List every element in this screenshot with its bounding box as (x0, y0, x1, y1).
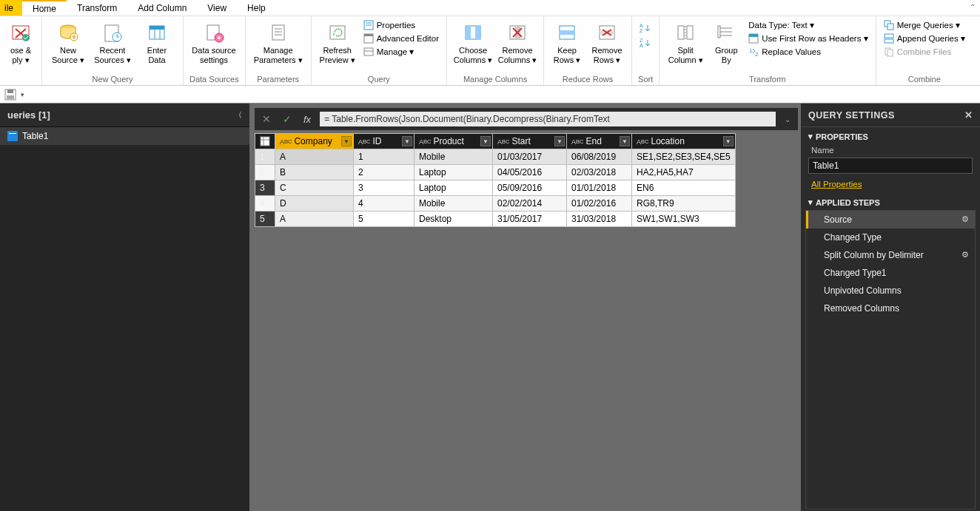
tab-help[interactable]: Help (237, 0, 276, 16)
applied-step[interactable]: Source⚙ (806, 211, 975, 229)
applied-step[interactable]: Unpivoted Columns (806, 282, 975, 300)
cell[interactable]: Laptop (415, 180, 493, 196)
cell[interactable]: SE1,SE2,SE3,SE4,SE5 (632, 149, 736, 165)
column-header-company[interactable]: ABCCompany▼ (275, 134, 354, 149)
enter-data-button[interactable]: Enter Data (137, 19, 177, 64)
cell[interactable]: 2 (354, 165, 415, 180)
cell[interactable]: 02/02/2014 (493, 196, 567, 211)
group-by-button[interactable]: Group By (710, 19, 742, 64)
manage-button[interactable]: Manage ▾ (362, 46, 440, 58)
manage-parameters-button[interactable]: Manage Parameters ▾ (252, 19, 305, 64)
applied-step[interactable]: Removed Columns (806, 300, 975, 317)
close-settings-icon[interactable]: ✕ (964, 109, 973, 121)
remove-rows-button[interactable]: Remove Rows ▾ (588, 19, 625, 64)
sort-desc-button[interactable]: ZA (638, 37, 653, 49)
cell[interactable]: 31/03/2018 (567, 211, 632, 227)
cell[interactable]: 5 (354, 211, 415, 227)
cell[interactable]: A (275, 211, 354, 227)
new-source-button[interactable]: New Source ▾ (48, 19, 88, 64)
tab-transform[interactable]: Transform (67, 0, 127, 16)
first-row-headers-button[interactable]: Use First Row as Headers ▾ (747, 33, 869, 44)
applied-step[interactable]: Split Column by Delimiter⚙ (806, 246, 975, 264)
applied-step[interactable]: Changed Type (806, 229, 975, 246)
cell[interactable]: Mobile (415, 149, 493, 165)
cell[interactable]: 31/05/2017 (493, 211, 567, 227)
cell[interactable]: 01/02/2016 (567, 196, 632, 211)
choose-columns-button[interactable]: Choose Columns ▾ (453, 19, 493, 64)
column-header-end[interactable]: ABCEnd▼ (567, 134, 632, 149)
row-number[interactable]: 1 (255, 149, 275, 165)
tab-add-column[interactable]: Add Column (127, 0, 197, 16)
split-column-button[interactable]: Split Column ▾ (665, 19, 705, 64)
cell[interactable]: 3 (354, 180, 415, 196)
cell[interactable]: 01/01/2018 (567, 180, 632, 196)
sort-asc-button[interactable]: AZ (638, 22, 653, 34)
column-header-start[interactable]: ABCStart▼ (493, 134, 567, 149)
tab-view[interactable]: View (197, 0, 237, 16)
column-header-location[interactable]: ABCLocation▼ (632, 134, 736, 149)
save-icon[interactable] (4, 89, 16, 101)
cell[interactable]: Mobile (415, 196, 493, 211)
formula-fx-icon[interactable]: fx (301, 114, 314, 125)
formula-expand-icon[interactable]: ⌄ (782, 115, 793, 123)
cell[interactable]: D (275, 196, 354, 211)
cell[interactable]: 05/09/2016 (493, 180, 567, 196)
cell[interactable]: HA2,HA5,HA7 (632, 165, 736, 180)
select-all-corner[interactable] (255, 134, 275, 149)
cell[interactable]: 4 (354, 196, 415, 211)
cell[interactable]: Desktop (415, 211, 493, 227)
cell[interactable]: EN6 (632, 180, 736, 196)
step-settings-icon[interactable]: ⚙ (961, 250, 969, 260)
collapse-ribbon-icon[interactable]: ⌃ (970, 3, 976, 11)
applied-step[interactable]: Changed Type1 (806, 264, 975, 282)
qat-dropdown-icon[interactable]: ▾ (21, 91, 24, 98)
properties-button[interactable]: Properties (362, 19, 440, 31)
data-source-settings-button[interactable]: Data source settings (189, 19, 238, 64)
formula-cancel-icon[interactable]: ✕ (259, 113, 274, 125)
tab-file[interactable]: ile (0, 0, 22, 16)
step-settings-icon[interactable]: ⚙ (961, 214, 969, 224)
query-list-item[interactable]: Table1 (0, 127, 249, 145)
all-properties-link[interactable]: All Properties (801, 175, 980, 193)
tab-home[interactable]: Home (22, 0, 67, 16)
cell[interactable]: Laptop (415, 165, 493, 180)
row-number[interactable]: 2 (255, 165, 275, 180)
cell[interactable]: 04/05/2016 (493, 165, 567, 180)
cell[interactable]: A (275, 149, 354, 165)
properties-section-title[interactable]: ▾ PROPERTIES (801, 127, 980, 143)
filter-dropdown-icon[interactable]: ▼ (480, 136, 491, 146)
cell[interactable]: RG8,TR9 (632, 196, 736, 211)
filter-dropdown-icon[interactable]: ▼ (402, 136, 412, 146)
filter-dropdown-icon[interactable]: ▼ (341, 136, 352, 146)
table-row[interactable]: 2B2Laptop04/05/201602/03/2018HA2,HA5,HA7 (255, 165, 736, 180)
table-row[interactable]: 4D4Mobile02/02/201401/02/2016RG8,TR9 (255, 196, 736, 211)
merge-queries-button[interactable]: Merge Queries ▾ (882, 19, 967, 31)
cell[interactable]: C (275, 180, 354, 196)
close-apply-button[interactable]: ose & ply ▾ (6, 19, 36, 64)
replace-values-button[interactable]: 12Replace Values (747, 46, 869, 58)
recent-sources-button[interactable]: Recent Sources ▾ (93, 19, 132, 64)
queries-collapse-icon[interactable]: 〈 (235, 110, 242, 121)
applied-steps-section-title[interactable]: ▾ APPLIED STEPS (801, 193, 980, 209)
row-number[interactable]: 5 (255, 211, 275, 227)
cell[interactable]: 1 (354, 149, 415, 165)
filter-dropdown-icon[interactable]: ▼ (554, 136, 565, 146)
refresh-preview-button[interactable]: Refresh Preview ▾ (318, 19, 358, 64)
table-row[interactable]: 1A1Mobile01/03/201706/08/2019SE1,SE2,SE3… (255, 149, 736, 165)
table-row[interactable]: 3C3Laptop05/09/201601/01/2018EN6 (255, 180, 736, 196)
table-row[interactable]: 5A5Desktop31/05/201731/03/2018SW1,SW1,SW… (255, 211, 736, 227)
formula-commit-icon[interactable]: ✓ (280, 113, 295, 125)
append-queries-button[interactable]: Append Queries ▾ (882, 33, 967, 44)
remove-columns-button[interactable]: Remove Columns ▾ (497, 19, 537, 64)
data-type-button[interactable]: Data Type: Text ▾ (747, 19, 869, 31)
cell[interactable]: SW1,SW1,SW3 (632, 211, 736, 227)
row-number[interactable]: 3 (255, 180, 275, 196)
column-header-product[interactable]: ABCProduct▼ (415, 134, 493, 149)
cell[interactable]: 01/03/2017 (493, 149, 567, 165)
formula-input[interactable]: = Table.FromRows(Json.Document(Binary.De… (320, 112, 776, 126)
filter-dropdown-icon[interactable]: ▼ (620, 136, 630, 146)
query-name-input[interactable] (808, 158, 973, 174)
cell[interactable]: 06/08/2019 (567, 149, 632, 165)
keep-rows-button[interactable]: Keep Rows ▾ (550, 19, 584, 64)
cell[interactable]: 02/03/2018 (567, 165, 632, 180)
